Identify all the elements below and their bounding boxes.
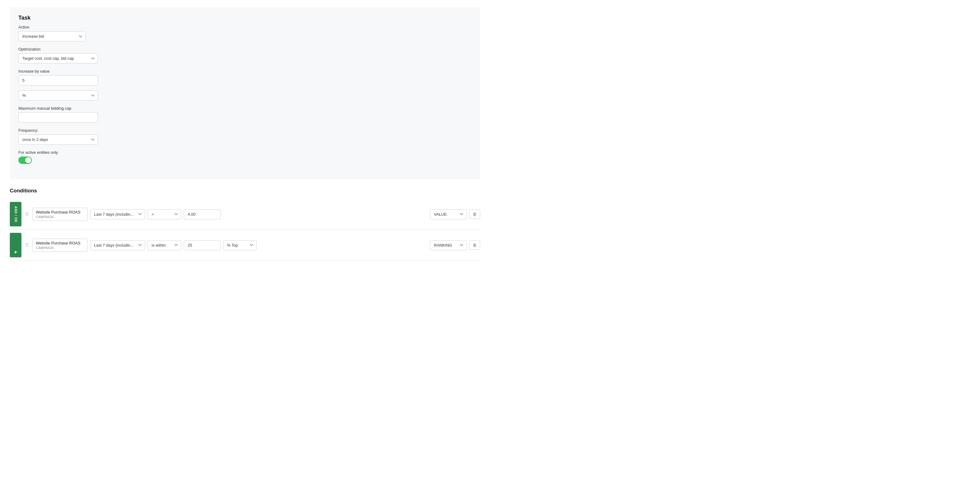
action-select[interactable]: Increase bid Decrease bid Pause Enable bbox=[18, 31, 86, 41]
drag-handle-2[interactable]: ⠿ bbox=[24, 242, 30, 248]
conditions-section: Conditions AND / OR ⠿ Website Purchase R… bbox=[10, 188, 480, 261]
optimization-select[interactable]: Target cost, cost cap, bid cap CPC CPM bbox=[18, 53, 98, 64]
active-entities-group: For active entities only bbox=[18, 150, 472, 164]
active-entities-toggle[interactable] bbox=[18, 156, 32, 164]
metric-name-2: Website Purchase ROAS bbox=[36, 241, 84, 245]
main-page: Task Action Increase bid Decrease bid Pa… bbox=[0, 0, 490, 268]
max-cap-group: Maximum manual bidding cap bbox=[18, 106, 472, 123]
unit-select[interactable]: % Fixed bbox=[18, 91, 98, 100]
delete-button-2[interactable]: 🗑 bbox=[469, 240, 480, 250]
operator-select-1[interactable]: > < >= <= = bbox=[148, 209, 181, 219]
delete-button-1[interactable]: 🗑 bbox=[469, 210, 480, 219]
metric-cell-1: Website Purchase ROAS CAMPAIGN bbox=[32, 208, 88, 221]
operator-select-2[interactable]: is within > < bbox=[148, 240, 181, 250]
type-select-2[interactable]: RANKING VALUE bbox=[430, 240, 467, 250]
plus-label: + bbox=[14, 249, 18, 255]
metric-cell-2: Website Purchase ROAS CAMPAIGN bbox=[32, 239, 88, 252]
and-or-badge-2: + bbox=[10, 233, 21, 257]
and-or-label: AND / OR bbox=[14, 206, 18, 223]
drag-handle-1[interactable]: ⠿ bbox=[24, 212, 30, 217]
toggle-wrapper bbox=[18, 156, 472, 164]
frequency-group: Frequency: once in 2 days once a day onc… bbox=[18, 128, 472, 145]
condition-row-2: + ⠿ Website Purchase ROAS CAMPAIGN Last … bbox=[10, 230, 480, 261]
type-select-1[interactable]: VALUE RANKING bbox=[430, 209, 467, 219]
frequency-label: Frequency: bbox=[18, 128, 472, 133]
top-select-2[interactable]: % Top # Top bbox=[223, 240, 257, 250]
frequency-select[interactable]: once in 2 days once a day once in 3 days bbox=[18, 134, 98, 145]
value-input-1[interactable] bbox=[184, 209, 221, 219]
time-period-select-2[interactable]: Last 7 days (includin... Last 14 days La… bbox=[90, 240, 145, 250]
value-input-2[interactable] bbox=[184, 240, 221, 250]
increase-value-input[interactable] bbox=[18, 75, 98, 86]
metric-name-1: Website Purchase ROAS bbox=[36, 210, 84, 215]
optimization-label: Optimization bbox=[18, 47, 472, 51]
increase-by-group: Increase by value % Fixed bbox=[18, 69, 472, 100]
max-cap-input[interactable] bbox=[18, 112, 98, 123]
action-group: Action Increase bid Decrease bid Pause E… bbox=[18, 25, 472, 41]
increase-by-label: Increase by value bbox=[18, 69, 472, 73]
optimization-group: Optimization Target cost, cost cap, bid … bbox=[18, 47, 472, 64]
active-entities-label: For active entities only bbox=[18, 150, 472, 155]
action-label: Action bbox=[18, 25, 472, 29]
max-cap-label: Maximum manual bidding cap bbox=[18, 106, 472, 111]
and-or-badge: AND / OR bbox=[10, 202, 21, 226]
condition-row: AND / OR ⠿ Website Purchase ROAS CAMPAIG… bbox=[10, 199, 480, 230]
conditions-title: Conditions bbox=[10, 188, 480, 194]
metric-level-1: CAMPAIGN bbox=[36, 215, 84, 219]
metric-level-2: CAMPAIGN bbox=[36, 246, 84, 250]
time-period-select-1[interactable]: Last 7 days (includin... Last 14 days La… bbox=[90, 209, 145, 219]
conditions-table: AND / OR ⠿ Website Purchase ROAS CAMPAIG… bbox=[10, 199, 480, 261]
task-section-title: Task bbox=[18, 15, 472, 21]
toggle-thumb bbox=[25, 157, 31, 163]
task-section: Task Action Increase bid Decrease bid Pa… bbox=[10, 7, 480, 179]
